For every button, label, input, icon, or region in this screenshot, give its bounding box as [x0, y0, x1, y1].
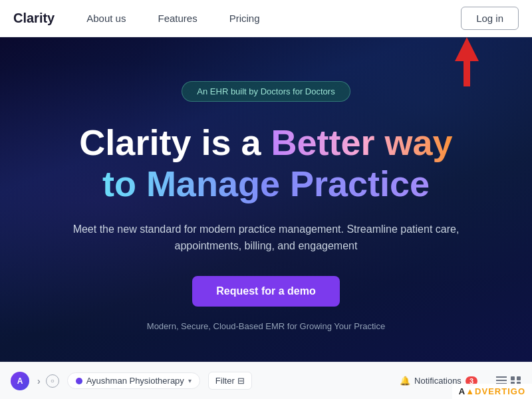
bell-icon: 🔔	[400, 376, 410, 386]
logo: Clarity	[13, 11, 55, 26]
user-avatar: A	[11, 372, 29, 390]
nav-link-about[interactable]: About us	[86, 13, 126, 24]
hero-title-line1: Clarity is a Better way	[79, 122, 452, 163]
org-name: Ayushman Physiotherapy	[86, 376, 184, 386]
arrow-annotation	[455, 37, 479, 86]
hero-title-highlight: Better way	[271, 122, 453, 162]
hero-subtitle: Meet the new standard for modern practic…	[66, 221, 466, 255]
hero-badge: An EHR built by Doctors for Doctors	[182, 81, 350, 102]
chevron-down-icon: ▾	[188, 377, 192, 384]
back-arrow-icon[interactable]: ›	[37, 376, 41, 386]
org-dot	[76, 378, 82, 384]
hero-title: Clarity is a Better way to Manage Practi…	[79, 122, 452, 204]
org-selector[interactable]: Ayushman Physiotherapy ▾	[67, 372, 200, 389]
nav-links: About us Features Pricing	[86, 13, 461, 24]
hero-title-prefix: Clarity is a	[79, 122, 271, 162]
arrow-up-icon	[455, 37, 479, 61]
hero-footer-text: Modern, Secure, Cloud-Based EMR for Grow…	[147, 321, 385, 331]
nav-link-pricing[interactable]: Pricing	[229, 13, 260, 24]
watermark-text: DVERTIGO	[475, 386, 525, 396]
filter-label: Filter	[215, 376, 235, 386]
filter-button[interactable]: Filter ⊟	[208, 372, 252, 390]
navbar: Clarity About us Features Pricing Log in	[0, 0, 532, 37]
login-button[interactable]: Log in	[461, 7, 519, 30]
adv-watermark: A▲DVERTIGO	[452, 384, 532, 399]
filter-icon: ⊟	[237, 376, 245, 386]
bottom-nav-left: › ○	[37, 374, 59, 388]
nav-link-features[interactable]: Features	[158, 13, 197, 24]
hero-section: An EHR built by Doctors for Doctors Clar…	[0, 37, 532, 362]
bottom-bar: A › ○ Ayushman Physiotherapy ▾ Filter ⊟ …	[0, 362, 532, 399]
demo-button[interactable]: Request for a demo	[192, 276, 339, 307]
arrow-stem	[464, 60, 470, 86]
hero-title-line2: to Manage Practice	[79, 163, 452, 204]
home-icon[interactable]: ○	[46, 374, 59, 388]
